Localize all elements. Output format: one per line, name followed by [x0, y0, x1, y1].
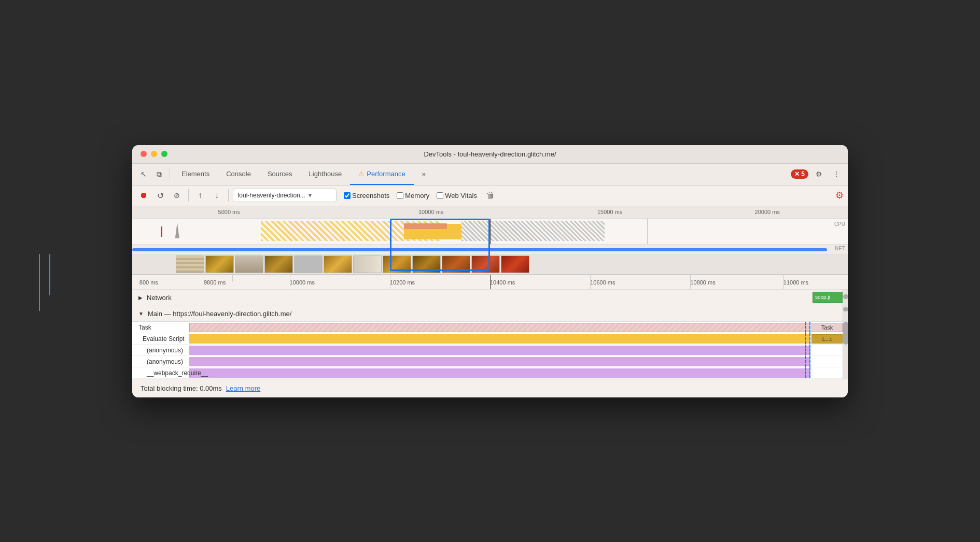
cpu-label: CPU: [834, 221, 845, 227]
network-label: Network: [147, 294, 172, 302]
scrollbar-thumb-2[interactable]: [843, 307, 848, 311]
dashed-line-7: [809, 356, 810, 367]
tab-more[interactable]: »: [414, 164, 434, 185]
screenshot-2: [205, 255, 234, 273]
screenshot-6: [324, 255, 352, 273]
record-button[interactable]: ⏺: [136, 188, 151, 203]
cpu-pink: [404, 223, 447, 229]
screenshot-9: [412, 255, 441, 273]
chevron-down-icon[interactable]: ▾: [309, 192, 312, 199]
ruler-mark-800: 800 ms: [139, 279, 158, 286]
maximize-button[interactable]: [161, 151, 167, 157]
devtools-window: DevTools - foul-heavenly-direction.glitc…: [132, 145, 848, 397]
dashed-line-10: [805, 367, 806, 378]
perf-toolbar: ⏺ ↺ ⊘ ↑ ↓ foul-heavenly-direction... ▾ S…: [132, 186, 848, 206]
screenshot-7: [353, 255, 382, 273]
tab-lighthouse[interactable]: Lighthouse: [301, 164, 351, 185]
close-button[interactable]: [141, 151, 147, 157]
anon2-bar: [189, 357, 810, 366]
evaluate-script-right: L...t: [811, 334, 843, 344]
tab-sources[interactable]: Sources: [259, 164, 301, 185]
error-x-icon: ✕: [794, 170, 800, 178]
overview-timeline: 5000 ms 10000 ms 15000 ms 20000 ms CPU: [132, 206, 848, 275]
ruler-mark-10000: 10000 ms: [290, 279, 315, 286]
trash-icon[interactable]: 🗑: [483, 188, 498, 203]
screenshot-11: [471, 255, 500, 273]
evaluate-script-label: Evaluate Script: [143, 335, 185, 343]
time-mark-15000: 15000 ms: [597, 209, 622, 215]
triangle-icon: ▶: [138, 295, 143, 301]
memory-checkbox[interactable]: [397, 192, 403, 199]
net-bar: [132, 248, 827, 251]
cpu-hatch-2: [461, 221, 605, 241]
playhead-line: [490, 219, 491, 244]
main-section-label: Main — https://foul-heavenly-direction.g…: [148, 310, 291, 318]
scrollbar-thumb-3[interactable]: [843, 322, 848, 345]
tab-elements[interactable]: Elements: [173, 164, 218, 185]
flame-row-anon1[interactable]: (anonymous): [132, 345, 848, 356]
divider-2: [188, 189, 189, 202]
traffic-lights: [141, 151, 167, 157]
screenshot-8: [383, 255, 411, 273]
scrollbar-thumb-1[interactable]: [843, 294, 848, 299]
perf-settings-icon[interactable]: ⚙: [835, 190, 844, 201]
screenshot-5: [294, 255, 323, 273]
anon2-label: (anonymous): [147, 358, 183, 365]
more-options-icon[interactable]: ⋮: [829, 167, 844, 181]
time-mark-20000: 20000 ms: [755, 209, 780, 215]
dashed-line-9: [809, 367, 810, 378]
main-section-header[interactable]: ▼ Main — https://foul-heavenly-direction…: [132, 306, 848, 322]
ruler-mark-9800: 9800 ms: [204, 279, 226, 286]
scrollbar-track-1: [843, 290, 848, 306]
tab-bar: ↖ ⧉ Elements Console Sources Lighthouse …: [132, 164, 848, 186]
screenshots-label[interactable]: Screenshots: [352, 192, 389, 199]
error-badge[interactable]: ✕ 5: [791, 169, 808, 179]
marker-line-red: [648, 219, 649, 244]
ruler-mark-11000: 11000 ms: [783, 279, 808, 286]
flame-row-anon2[interactable]: (anonymous): [132, 356, 848, 367]
ruler-mark-10400: 10400 ms: [490, 279, 515, 286]
web-vitals-checkbox[interactable]: [437, 192, 443, 199]
task-label-1: Task: [138, 324, 151, 331]
cpu-track: CPU: [132, 219, 848, 245]
task-bar: [189, 323, 810, 332]
warning-icon: ⚠: [358, 170, 365, 178]
cursor-icon[interactable]: ↖: [136, 167, 151, 181]
screenshot-1: [176, 255, 204, 273]
divider-3: [228, 189, 229, 202]
net-track: NET: [132, 245, 848, 255]
memory-label[interactable]: Memory: [405, 192, 429, 199]
divider-1: [170, 168, 170, 180]
url-display: foul-heavenly-direction... ▾: [233, 189, 337, 202]
net-label: NET: [835, 246, 845, 251]
webpack-bar: [189, 368, 810, 378]
download-button[interactable]: ↓: [209, 188, 224, 203]
web-vitals-label[interactable]: Web Vitals: [445, 192, 477, 199]
tbt-text: Total blocking time: 0.00ms: [141, 384, 222, 392]
dashed-line-8: [805, 356, 806, 367]
screenshots-strip: [132, 255, 848, 275]
inspect-icon[interactable]: ⧉: [152, 167, 166, 181]
flame-row-task[interactable]: Task Task: [132, 322, 848, 333]
flame-row-evaluate[interactable]: Evaluate Script L...t: [132, 333, 848, 345]
flame-row-webpack[interactable]: __webpack_require__: [132, 367, 848, 379]
clear-button[interactable]: ⊘: [170, 188, 184, 203]
screenshot-4: [264, 255, 293, 273]
settings-icon[interactable]: ⚙: [811, 167, 826, 181]
screenshots-checkbox[interactable]: [344, 192, 351, 199]
screenshot-12: [501, 255, 529, 273]
learn-more-link[interactable]: Learn more: [226, 384, 260, 392]
minimize-button[interactable]: [151, 151, 157, 157]
scrollbar-track-2: [843, 306, 848, 321]
scrollbar-track-3: [843, 322, 848, 379]
upload-button[interactable]: ↑: [193, 188, 207, 203]
screenshot-10: [442, 255, 470, 273]
reload-record-button[interactable]: ↺: [153, 188, 167, 203]
tab-console[interactable]: Console: [218, 164, 259, 185]
ruler-mark-10600: 10600 ms: [590, 279, 615, 286]
network-section-header[interactable]: ▶ Network soop.ji: [132, 290, 848, 306]
network-bar-item: soop.ji: [813, 292, 844, 303]
anon1-bar: [189, 346, 810, 355]
tab-performance[interactable]: ⚠ Performance: [350, 164, 413, 185]
dashed-line-2: [805, 322, 806, 333]
